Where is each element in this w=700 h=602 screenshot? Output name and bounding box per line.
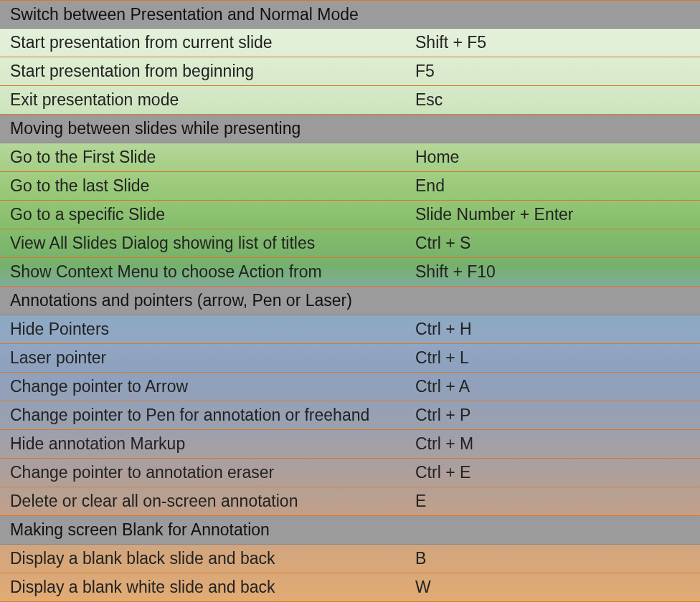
- shortcut-keys: E: [412, 489, 700, 514]
- table-row: Show Context Menu to choose Action from …: [0, 258, 700, 287]
- table-row: Go to the last Slide End: [0, 172, 700, 201]
- shortcut-description: Display a blank black slide and back: [0, 546, 412, 571]
- shortcut-keys: Ctrl + P: [412, 403, 700, 428]
- shortcut-description: Show Context Menu to choose Action from: [0, 259, 412, 285]
- table-row: Change pointer to Arrow Ctrl + A: [0, 373, 700, 401]
- shortcut-description: Start presentation from current slide: [0, 30, 412, 55]
- table-row: Change pointer to Pen for annotation or …: [0, 401, 700, 430]
- shortcut-keys: F5: [412, 59, 700, 84]
- section-title: Annotations and pointers (arrow, Pen or …: [0, 288, 412, 313]
- shortcut-keys: Ctrl + S: [412, 231, 700, 256]
- table-row: Start presentation from beginning F5: [0, 57, 700, 86]
- shortcut-keys: Shift + F10: [412, 259, 700, 285]
- table-row: Start presentation from current slide Sh…: [0, 29, 700, 57]
- section-header: Switch between Presentation and Normal M…: [0, 0, 700, 29]
- table-row: Hide annotation Markup Ctrl + M: [0, 430, 700, 459]
- shortcut-description: Display a blank white slide and back: [0, 575, 412, 600]
- table-row: Laser pointer Ctrl + L: [0, 344, 700, 373]
- shortcut-keys: Ctrl + M: [412, 431, 700, 457]
- shortcut-description: Go to the First Slide: [0, 145, 412, 170]
- section-header-spacer: [412, 126, 700, 132]
- table-row: Delete or clear all on-screen annotation…: [0, 487, 700, 516]
- section-header-spacer: [412, 527, 700, 533]
- shortcut-keys: Ctrl + A: [412, 374, 700, 399]
- shortcut-description: Go to the last Slide: [0, 173, 412, 199]
- shortcut-keys: Esc: [412, 87, 700, 113]
- section-header: Making screen Blank for Annotation: [0, 516, 700, 545]
- table-row: View All Slides Dialog showing list of t…: [0, 229, 700, 258]
- shortcut-table: Switch between Presentation and Normal M…: [0, 0, 700, 602]
- shortcut-keys: Ctrl + E: [412, 460, 700, 485]
- shortcut-description: Change pointer to Pen for annotation or …: [0, 403, 412, 428]
- table-row: Hide Pointers Ctrl + H: [0, 315, 700, 344]
- shortcut-description: Change pointer to annotation eraser: [0, 460, 412, 485]
- table-row: Go to a specific Slide Slide Number + En…: [0, 201, 700, 229]
- shortcut-description: Change pointer to Arrow: [0, 374, 412, 399]
- section-header-spacer: [412, 298, 700, 304]
- shortcut-description: Hide annotation Markup: [0, 431, 412, 457]
- shortcut-keys: Shift + F5: [412, 30, 700, 55]
- section-header: Moving between slides while presenting: [0, 115, 700, 143]
- shortcut-keys: Ctrl + H: [412, 317, 700, 342]
- section-header: Annotations and pointers (arrow, Pen or …: [0, 287, 700, 315]
- shortcut-keys: End: [412, 173, 700, 199]
- shortcut-keys: Home: [412, 145, 700, 170]
- shortcut-keys: Ctrl + L: [412, 345, 700, 371]
- section-title: Switch between Presentation and Normal M…: [0, 2, 412, 27]
- table-row: Display a blank black slide and back B: [0, 545, 700, 573]
- table-row: Exit presentation mode Esc: [0, 86, 700, 115]
- shortcut-description: Exit presentation mode: [0, 87, 412, 113]
- shortcut-description: Laser pointer: [0, 345, 412, 371]
- section-title: Making screen Blank for Annotation: [0, 517, 412, 543]
- table-row: Go to the First Slide Home: [0, 143, 700, 172]
- shortcut-description: Go to a specific Slide: [0, 202, 412, 227]
- shortcut-description: View All Slides Dialog showing list of t…: [0, 231, 412, 256]
- table-row: Display a blank white slide and back W: [0, 573, 700, 602]
- shortcut-keys: W: [412, 575, 700, 600]
- table-row: Change pointer to annotation eraser Ctrl…: [0, 459, 700, 487]
- section-title: Moving between slides while presenting: [0, 116, 412, 141]
- shortcut-description: Hide Pointers: [0, 317, 412, 342]
- shortcut-keys: Slide Number + Enter: [412, 202, 700, 227]
- section-header-spacer: [412, 11, 700, 17]
- shortcut-description: Delete or clear all on-screen annotation: [0, 489, 412, 514]
- shortcut-keys: B: [412, 546, 700, 571]
- shortcut-description: Start presentation from beginning: [0, 59, 412, 84]
